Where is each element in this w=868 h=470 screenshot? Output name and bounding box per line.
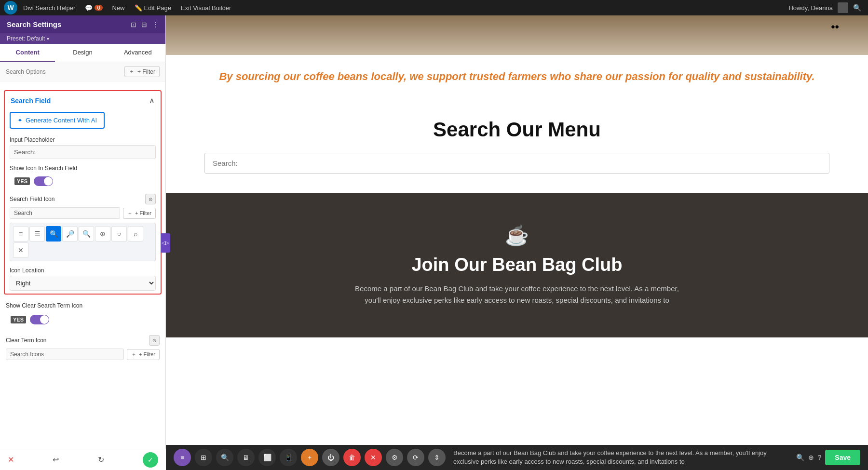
toggle-knob <box>44 177 53 186</box>
drag-arrows-icon: ◁▷ <box>162 240 169 245</box>
wp-logo-icon[interactable]: W <box>4 1 17 14</box>
coffee-dots-decoration: •• <box>831 20 839 34</box>
vb-right-search-icon[interactable]: 🔍 <box>796 454 804 461</box>
search-field-icon-section: Search Field Icon ⊙ ＋ + Filter ≡ ☰ 🔍 🔎 <box>5 192 161 264</box>
show-icon-toggle[interactable] <box>34 176 53 186</box>
vb-history-button[interactable]: ⟳ <box>407 449 424 466</box>
input-placeholder-label: Input Placeholder <box>10 136 156 143</box>
vb-drag-button[interactable]: ⇕ <box>428 449 446 466</box>
icon-location-select[interactable]: Left Right <box>10 276 156 291</box>
vb-add-button[interactable]: + <box>301 449 318 466</box>
icon-location-group: Icon Location Left Right <box>5 264 161 294</box>
howdy-text: Howdy, Deanna <box>788 4 833 12</box>
vb-tablet-button[interactable]: ⬜ <box>258 449 276 466</box>
clear-term-search-input[interactable] <box>6 349 124 360</box>
vb-right-help-icon[interactable]: ? <box>818 454 822 461</box>
tab-advanced[interactable]: Advanced <box>110 44 165 62</box>
icon-cell-x-search[interactable]: ✕ <box>13 242 28 258</box>
preset-label[interactable]: Preset: Default <box>7 35 45 42</box>
hero-image-section: •• <box>166 15 868 55</box>
section-header[interactable]: Search Field ∧ <box>5 91 161 110</box>
icon-cell-search-alt[interactable]: ⌕ <box>128 226 143 242</box>
panel-expand-icon[interactable]: ⊡ <box>131 21 136 28</box>
clear-term-header: Clear Term Icon ⊙ <box>6 335 160 346</box>
section-collapse-icon[interactable]: ∧ <box>149 96 155 105</box>
toolbar-confirm-button[interactable]: ✓ <box>143 452 158 468</box>
clear-term-target-button[interactable]: ⊙ <box>149 335 160 346</box>
icon-search-input[interactable] <box>10 207 120 219</box>
divi-helper-label: Divi Search Helper <box>23 4 75 12</box>
vb-power-button[interactable]: ⏻ <box>322 449 339 466</box>
comment-count-badge: 0 <box>95 5 102 11</box>
icon-cell-list[interactable]: ≡ <box>13 226 28 242</box>
menu-search-input[interactable] <box>204 153 829 174</box>
panel-title: Search Settings <box>7 20 61 28</box>
admin-search-icon[interactable]: 🔍 <box>850 4 864 12</box>
icon-cell-list2[interactable]: ☰ <box>29 226 45 242</box>
main-content: •• By sourcing our coffee beans locally,… <box>166 15 868 470</box>
show-icon-group: Show Icon In Search Field YES <box>5 162 161 192</box>
panel-drag-handle[interactable]: ◁▷ <box>161 233 170 253</box>
tab-design[interactable]: Design <box>55 44 110 62</box>
preset-bar: Preset: Default ▾ <box>0 33 165 44</box>
panel-columns-icon[interactable]: ⊟ <box>141 21 147 28</box>
vb-menu-button[interactable]: ≡ <box>174 449 191 466</box>
toolbar-close-button[interactable]: ✕ <box>8 455 14 464</box>
coffee-club-section: ☕ Join Our Bean Bag Club Become a part o… <box>166 193 868 337</box>
clear-term-plus-icon: ＋ <box>131 351 136 358</box>
ai-button-label: Generate Content With AI <box>26 117 97 124</box>
input-placeholder-field[interactable] <box>10 145 156 159</box>
search-field-section: Search Field ∧ ✦ Generate Content With A… <box>4 90 162 295</box>
hero-image-inner: •• <box>166 15 868 55</box>
coffee-cup-icon: ☕ <box>505 224 529 247</box>
filter-button[interactable]: ＋ + Filter <box>124 66 160 77</box>
vb-mobile-button[interactable]: 📱 <box>280 449 297 466</box>
clear-toggle[interactable] <box>30 315 49 324</box>
toolbar-undo-button[interactable]: ↩ <box>53 455 59 464</box>
clear-term-icon-label: Clear Term Icon <box>6 337 46 344</box>
clear-toggle-knob <box>40 315 49 324</box>
quote-text: By sourcing our coffee beans locally, we… <box>185 69 849 84</box>
panel-bottom-toolbar: ✕ ↩ ↻ ✓ <box>0 449 166 470</box>
vb-desktop-button[interactable]: 🖥 <box>237 449 255 466</box>
icon-cell-search-active[interactable]: 🔍 <box>46 226 61 242</box>
show-icon-label: Show Icon In Search Field <box>10 165 156 172</box>
search-section-title: Search Our Menu <box>204 118 829 141</box>
icon-filter-button[interactable]: ＋ + Filter <box>123 208 156 219</box>
toolbar-redo-button[interactable]: ↻ <box>98 455 104 464</box>
panel-more-icon[interactable]: ⋮ <box>152 21 159 28</box>
icon-cell-zoom-out[interactable]: 🔍 <box>79 226 94 242</box>
icon-cell-circle-search[interactable]: ○ <box>111 226 127 242</box>
clear-term-filter-button[interactable]: ＋ + Filter <box>127 349 160 360</box>
show-clear-label: Show Clear Search Term Icon <box>6 302 160 309</box>
vb-description-text: Become a part of our Bean Bag Club and t… <box>449 449 792 466</box>
admin-bar-new[interactable]: New <box>108 0 129 15</box>
visual-builder-toolbar: ≡ ⊞ 🔍 🖥 ⬜ 📱 + ⏻ 🗑 ✕ ⚙ ⟳ ⇕ Become a part … <box>166 445 868 470</box>
wp-admin-bar: W Divi Search Helper 💬 0 New ✏️ Edit Pag… <box>0 0 868 15</box>
search-options-bar: Search Options ＋ + Filter <box>0 62 165 81</box>
icon-filter-row: ＋ + Filter <box>10 207 156 219</box>
vb-right-share-icon[interactable]: ⊕ <box>808 454 814 461</box>
preset-arrow-icon: ▾ <box>47 36 49 41</box>
tab-content[interactable]: Content <box>0 44 55 62</box>
vb-close-button[interactable]: ✕ <box>365 449 382 466</box>
icon-section-header: Search Field Icon ⊙ <box>10 194 156 204</box>
vb-settings-button[interactable]: ⚙ <box>386 449 403 466</box>
ai-generate-button[interactable]: ✦ Generate Content With AI <box>10 112 105 129</box>
icon-cell-zoom-plus[interactable]: ⊕ <box>95 226 110 242</box>
show-icon-toggle-row: YES <box>10 174 156 189</box>
panel-content: Search Field ∧ ✦ Generate Content With A… <box>0 81 165 470</box>
admin-bar-edit-page[interactable]: ✏️ Edit Page <box>131 0 175 15</box>
user-avatar[interactable] <box>838 2 848 13</box>
search-options-label: Search Options <box>6 68 46 75</box>
admin-bar-exit-builder[interactable]: Exit Visual Builder <box>177 0 235 15</box>
vb-delete-button[interactable]: 🗑 <box>343 449 361 466</box>
icon-cell-zoom-in[interactable]: 🔎 <box>62 226 78 242</box>
save-button[interactable]: Save <box>825 450 860 465</box>
vb-layout-button[interactable]: ⊞ <box>195 449 212 466</box>
vb-search-button[interactable]: 🔍 <box>216 449 233 466</box>
quote-section: By sourcing our coffee beans locally, we… <box>166 55 868 99</box>
icon-target-button[interactable]: ⊙ <box>145 194 156 204</box>
admin-bar-comments[interactable]: 💬 0 <box>81 0 106 15</box>
admin-bar-divi-helper[interactable]: Divi Search Helper <box>19 0 79 15</box>
